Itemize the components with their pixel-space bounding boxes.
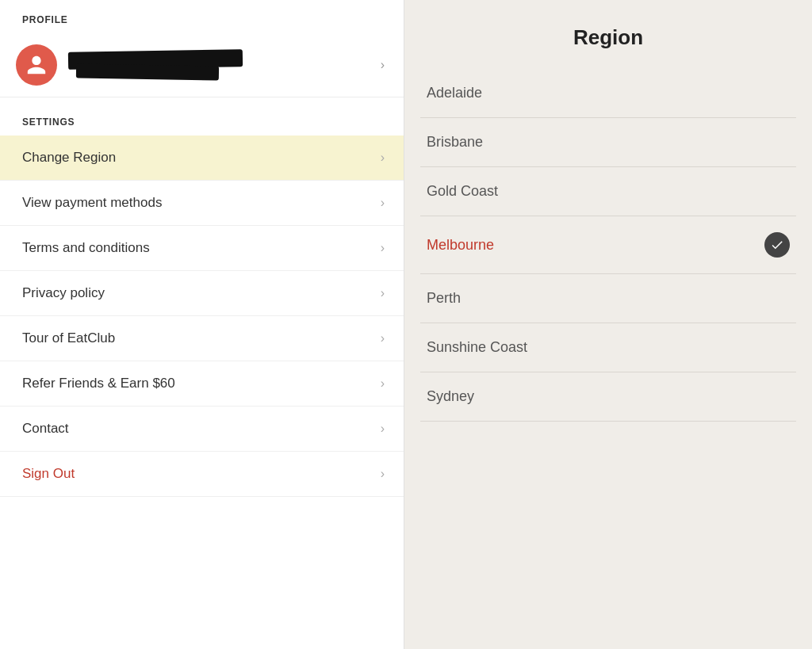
menu-item-change-region[interactable]: Change Region› <box>0 136 404 181</box>
menu-chevron-tour: › <box>381 331 385 345</box>
menu-item-privacy[interactable]: Privacy policy› <box>0 271 404 316</box>
region-item-sydney[interactable]: Sydney <box>420 372 796 422</box>
region-item-adelaide[interactable]: Adelaide <box>420 69 796 118</box>
menu-item-contact[interactable]: Contact› <box>0 407 404 452</box>
region-item-brisbane[interactable]: Brisbane <box>420 118 796 167</box>
region-label-sydney: Sydney <box>427 388 474 405</box>
menu-chevron-payment-methods: › <box>381 196 385 210</box>
menu-item-label-change-region: Change Region <box>22 150 116 166</box>
region-item-gold-coast[interactable]: Gold Coast <box>420 167 796 216</box>
menu-item-terms[interactable]: Terms and conditions› <box>0 226 404 271</box>
menu-item-payment-methods[interactable]: View payment methods› <box>0 181 404 226</box>
region-check-melbourne <box>764 232 790 258</box>
menu-item-label-refer: Refer Friends & Earn $60 <box>22 376 175 391</box>
settings-section: SETTINGS Change Region›View payment meth… <box>0 102 404 497</box>
menu-item-label-terms: Terms and conditions <box>22 240 150 256</box>
menu-item-label-privacy: Privacy policy <box>22 285 105 301</box>
profile-name-redacted <box>68 49 374 81</box>
left-panel: PROFILE › SETTINGS Change Region›View pa… <box>0 0 404 649</box>
right-panel: Region AdelaideBrisbaneGold CoastMelbour… <box>404 0 812 649</box>
menu-item-label-payment-methods: View payment methods <box>22 195 162 211</box>
region-label-brisbane: Brisbane <box>427 134 483 151</box>
region-label-gold-coast: Gold Coast <box>427 183 498 200</box>
menu-item-label-contact: Contact <box>22 421 69 437</box>
menu-chevron-privacy: › <box>381 286 385 300</box>
region-item-melbourne[interactable]: Melbourne <box>420 216 796 274</box>
menu-item-signout[interactable]: Sign Out› <box>0 452 404 497</box>
settings-section-label: SETTINGS <box>0 102 404 136</box>
region-item-sunshine-coast[interactable]: Sunshine Coast <box>420 323 796 372</box>
avatar <box>16 44 57 86</box>
region-title: Region <box>420 25 796 50</box>
profile-chevron: › <box>381 58 385 72</box>
region-label-perth: Perth <box>427 290 461 307</box>
region-list: AdelaideBrisbaneGold CoastMelbournePerth… <box>404 69 812 649</box>
menu-chevron-signout: › <box>381 467 385 481</box>
menu-chevron-contact: › <box>381 422 385 436</box>
region-header: Region <box>404 0 812 69</box>
menu-item-label-tour: Tour of EatClub <box>22 330 115 346</box>
menu-item-tour[interactable]: Tour of EatClub› <box>0 316 404 361</box>
menu-item-refer[interactable]: Refer Friends & Earn $60› <box>0 361 404 407</box>
menu-chevron-change-region: › <box>381 151 385 165</box>
menu-chevron-terms: › <box>381 241 385 255</box>
region-label-sunshine-coast: Sunshine Coast <box>427 339 527 356</box>
region-item-perth[interactable]: Perth <box>420 274 796 323</box>
menu-item-label-signout: Sign Out <box>22 466 75 482</box>
profile-section-label: PROFILE <box>0 0 404 33</box>
profile-row[interactable]: › <box>0 33 404 97</box>
menu-items-container: Change Region›View payment methods›Terms… <box>0 136 404 497</box>
menu-chevron-refer: › <box>381 376 385 391</box>
region-label-adelaide: Adelaide <box>427 85 482 101</box>
region-label-melbourne: Melbourne <box>427 237 494 254</box>
